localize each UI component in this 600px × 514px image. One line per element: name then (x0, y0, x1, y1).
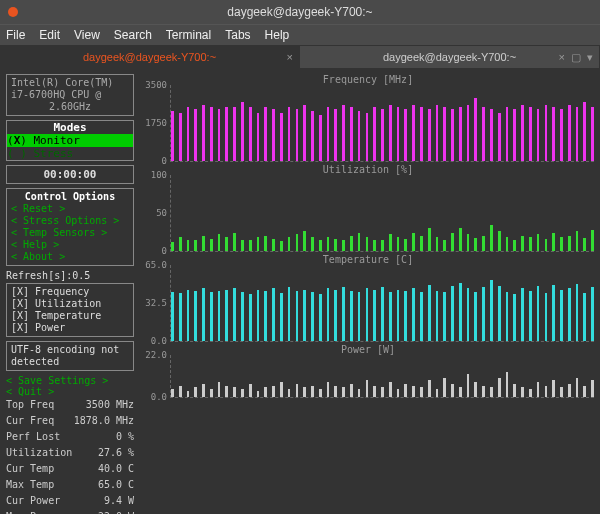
bar (451, 384, 454, 397)
bar (218, 382, 221, 397)
bar (218, 234, 221, 251)
menu-search[interactable]: Search (114, 28, 152, 42)
bar (249, 240, 252, 251)
opt-about[interactable]: < About > (11, 251, 129, 263)
opt-temp-sensors[interactable]: < Temp Sensors > (11, 227, 129, 239)
bar (459, 107, 462, 161)
tab-action-icon[interactable]: ▢ (571, 51, 581, 64)
bar (474, 238, 477, 251)
bar (591, 380, 594, 397)
bar (358, 233, 361, 251)
bar (210, 389, 213, 397)
bar (210, 292, 213, 341)
bar (241, 240, 244, 251)
chart-utilization: Utilization [%] 050100 (142, 164, 594, 252)
opt-help[interactable]: < Help > (11, 239, 129, 251)
modes-heading: Modes (7, 121, 133, 134)
bar (303, 387, 306, 397)
mode-stress[interactable]: ( ) Stress (7, 147, 73, 160)
bar (404, 239, 407, 251)
bar (545, 293, 548, 341)
bar (218, 109, 221, 161)
bar (552, 380, 555, 397)
bar (552, 285, 555, 341)
bar (303, 105, 306, 161)
bar (233, 107, 236, 161)
bar (194, 240, 197, 251)
action-quit[interactable]: < Quit > (6, 386, 134, 397)
bar (373, 386, 376, 397)
bar (506, 237, 509, 251)
bar (498, 113, 501, 161)
bar (467, 288, 470, 341)
bar (225, 386, 228, 397)
menu-view[interactable]: View (74, 28, 100, 42)
bar (350, 236, 353, 251)
menu-tabs[interactable]: Tabs (225, 28, 250, 42)
bar (537, 286, 540, 341)
toggle-frequency[interactable]: [X] Frequency (11, 286, 129, 298)
bar (459, 387, 462, 397)
close-icon[interactable] (8, 7, 18, 17)
bar (521, 105, 524, 161)
bar (412, 105, 415, 161)
window-titlebar: daygeek@daygeek-Y700:~ (0, 0, 600, 24)
bar (451, 286, 454, 341)
bar (568, 288, 571, 341)
bar (529, 107, 532, 161)
bar (482, 107, 485, 161)
terminal-tab-1[interactable]: daygeek@daygeek-Y700:~ × (0, 46, 300, 68)
bar (568, 105, 571, 161)
menu-bar: File Edit View Search Terminal Tabs Help (0, 24, 600, 45)
charts-area: Frequency [MHz] 017503500 Utilization [%… (142, 74, 594, 510)
menu-file[interactable]: File (6, 28, 25, 42)
bar (288, 107, 291, 161)
bar (443, 240, 446, 251)
bar (513, 109, 516, 161)
terminal-tab-2[interactable]: daygeek@daygeek-Y700:~ × ▢ ▾ (300, 46, 600, 68)
bar (576, 107, 579, 161)
toggle-temperature[interactable]: [X] Temperature (11, 310, 129, 322)
bar (404, 109, 407, 161)
close-tab-icon[interactable]: × (287, 51, 293, 63)
bar (397, 389, 400, 397)
menu-terminal[interactable]: Terminal (166, 28, 211, 42)
bar (280, 293, 283, 341)
mode-monitor[interactable]: (X) Monitor (7, 134, 133, 147)
toggle-utilization[interactable]: [X] Utilization (11, 298, 129, 310)
bar (366, 380, 369, 397)
close-tab-icon[interactable]: × (559, 51, 565, 64)
bar (342, 105, 345, 161)
bar (436, 105, 439, 161)
bar (264, 107, 267, 161)
menu-edit[interactable]: Edit (39, 28, 60, 42)
bar (545, 386, 548, 397)
bar (233, 233, 236, 251)
bar (179, 113, 182, 161)
bar (257, 391, 260, 397)
opt-reset[interactable]: < Reset > (11, 203, 129, 215)
bar (436, 389, 439, 397)
bar (428, 380, 431, 397)
opt-stress-options[interactable]: < Stress Options > (11, 215, 129, 227)
bar (179, 237, 182, 251)
bar (194, 109, 197, 161)
bar (412, 288, 415, 341)
tab-menu-icon[interactable]: ▾ (587, 51, 593, 64)
bar (319, 294, 322, 341)
bar (420, 292, 423, 341)
bar (342, 387, 345, 397)
bar (506, 372, 509, 397)
bar (521, 288, 524, 341)
toggle-power[interactable]: [X] Power (11, 322, 129, 334)
bar (389, 292, 392, 341)
bar (264, 387, 267, 397)
bar (303, 290, 306, 341)
bar (474, 382, 477, 397)
bar (358, 292, 361, 341)
action-save[interactable]: < Save Settings > (6, 375, 134, 386)
bar (389, 234, 392, 251)
bar (428, 285, 431, 341)
bar (474, 98, 477, 161)
menu-help[interactable]: Help (265, 28, 290, 42)
